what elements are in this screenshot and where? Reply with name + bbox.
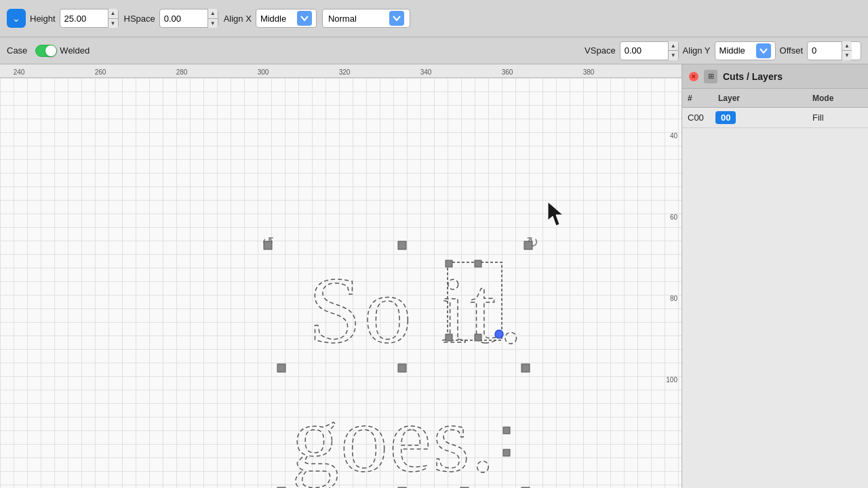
normal-value: Normal — [328, 14, 387, 24]
canvas-area[interactable]: 240 260 280 300 320 340 360 380 40 60 80… — [0, 64, 682, 488]
offset-down-btn[interactable]: ▼ — [842, 51, 852, 60]
offset-label: Offset — [780, 45, 803, 56]
inner-handle-bl[interactable] — [446, 334, 452, 341]
blue-dot — [495, 330, 503, 338]
handle-ml[interactable] — [277, 364, 285, 372]
vspace-up-btn[interactable]: ▲ — [669, 41, 678, 52]
align-x-dropdown: Middle — [256, 9, 317, 28]
vspace-label: VSpace — [585, 45, 616, 56]
normal-btn[interactable] — [389, 11, 404, 26]
panel-cell-layer: 00 — [713, 113, 807, 123]
panel-col-hash: # — [682, 94, 713, 103]
toolbar-row2: Case Welded VSpace ▲ ▼ Align Y Middle Of… — [0, 37, 868, 64]
align-y-value: Middle — [719, 45, 752, 56]
handle-tm[interactable] — [398, 241, 406, 249]
vspace-spinners: ▲ ▼ — [668, 41, 678, 60]
hspace-down-btn[interactable]: ▼ — [208, 19, 218, 28]
case-label: Case — [7, 45, 27, 56]
hspace-group: HSpace ▲ ▼ — [124, 9, 218, 28]
align-x-group: Align X Middle — [224, 9, 317, 28]
ruler-mark-260: 260 — [95, 68, 106, 76]
height-up-btn[interactable]: ▲ — [108, 9, 118, 19]
align-x-label: Align X — [224, 14, 252, 24]
ruler-mark-300: 300 — [258, 68, 269, 76]
inner-handle-bm[interactable] — [475, 334, 481, 341]
panel-title: Cuts / Layers — [723, 71, 783, 82]
panel-cell-mode: Fill — [807, 113, 868, 123]
cursor-arrow — [548, 202, 563, 226]
ruler-mark-240: 240 — [14, 68, 25, 76]
panel-col-mode: Mode — [807, 94, 868, 103]
vspace-down-btn[interactable]: ▼ — [669, 51, 678, 60]
offset-up-btn[interactable]: ▲ — [842, 41, 852, 52]
canvas-svg: ↺ ↻ ↺ ↻ So it. — [0, 78, 671, 488]
height-label: Height — [30, 14, 56, 24]
normal-group: Normal — [322, 9, 410, 28]
ruler-mark-360: 360 — [502, 68, 513, 76]
hspace-input[interactable] — [160, 14, 208, 24]
offset-input-group: ▲ ▼ — [807, 41, 861, 60]
hspace-label: HSpace — [124, 14, 155, 24]
goes-handle-b[interactable] — [503, 449, 510, 456]
handle-mm[interactable] — [398, 364, 406, 372]
panel-icon-btn[interactable]: ⊞ — [704, 70, 717, 83]
height-group: ⌄ Height ▲ ▼ — [7, 9, 119, 28]
canvas-content: ↺ ↻ ↺ ↻ So it. — [0, 78, 682, 488]
align-x-btn[interactable] — [297, 11, 312, 26]
ruler-mark-320: 320 — [339, 68, 351, 76]
svg-text:goes.: goes. — [292, 386, 496, 488]
align-y-btn[interactable] — [756, 43, 771, 58]
align-y-dropdown: Middle — [715, 41, 776, 60]
vspace-group: VSpace ▲ ▼ Align Y Middle Offset ▲ ▼ — [585, 41, 861, 60]
height-dropdown-btn[interactable]: ⌄ — [7, 9, 26, 28]
offset-input[interactable] — [808, 45, 842, 56]
panel-content-empty — [682, 128, 868, 488]
text-line1: So it. — [309, 258, 526, 363]
welded-label: Welded — [60, 45, 90, 56]
hspace-up-btn[interactable]: ▲ — [208, 9, 218, 19]
panel-header: ✕ ⊞ Cuts / Layers — [682, 64, 868, 89]
ruler-mark-280: 280 — [176, 68, 188, 76]
welded-toggle-group: Welded — [35, 45, 90, 57]
height-down-btn[interactable]: ▼ — [108, 19, 118, 28]
ruler-mark-380: 380 — [583, 68, 595, 76]
welded-thumb — [45, 45, 56, 56]
height-spinners: ▲ ▼ — [108, 9, 118, 28]
panel-close-btn[interactable]: ✕ — [689, 72, 698, 81]
panel-col-layer: Layer — [713, 94, 807, 103]
svg-text:So it.: So it. — [309, 258, 526, 363]
ruler-top: 240 260 280 300 320 340 360 380 — [0, 64, 682, 78]
panel-cell-hash: C00 — [682, 113, 713, 123]
layer-badge: 00 — [715, 111, 736, 124]
panel-row-c00[interactable]: C00 00 Fill — [682, 108, 868, 128]
align-y-label: Align Y — [683, 45, 711, 56]
align-x-value: Middle — [260, 14, 293, 24]
handle-tr[interactable] — [524, 241, 532, 249]
panel-table-header: # Layer Mode — [682, 89, 868, 108]
inner-handle-tm[interactable] — [475, 260, 481, 267]
text-line2: goes. — [292, 386, 496, 488]
offset-spinners: ▲ ▼ — [842, 41, 852, 60]
height-input[interactable] — [60, 14, 108, 24]
vspace-input[interactable] — [620, 45, 668, 56]
right-panel: ✕ ⊞ Cuts / Layers # Layer Mode C00 00 Fi… — [682, 64, 868, 488]
main-area: 240 260 280 300 320 340 360 380 40 60 80… — [0, 64, 868, 488]
goes-handle-r[interactable] — [503, 427, 510, 434]
handle-mr[interactable] — [521, 364, 530, 372]
handle-tl[interactable] — [264, 241, 272, 249]
hspace-input-group: ▲ ▼ — [159, 9, 218, 28]
welded-switch[interactable] — [35, 45, 57, 57]
ruler-mark-340: 340 — [420, 68, 432, 76]
inner-handle-tl[interactable] — [446, 260, 452, 267]
toolbar-row1: ⌄ Height ▲ ▼ HSpace ▲ ▼ Align X Middle — [0, 0, 868, 37]
height-input-group: ▲ ▼ — [60, 9, 119, 28]
hspace-spinners: ▲ ▼ — [208, 9, 218, 28]
vspace-input-group: ▲ ▼ — [620, 41, 679, 60]
